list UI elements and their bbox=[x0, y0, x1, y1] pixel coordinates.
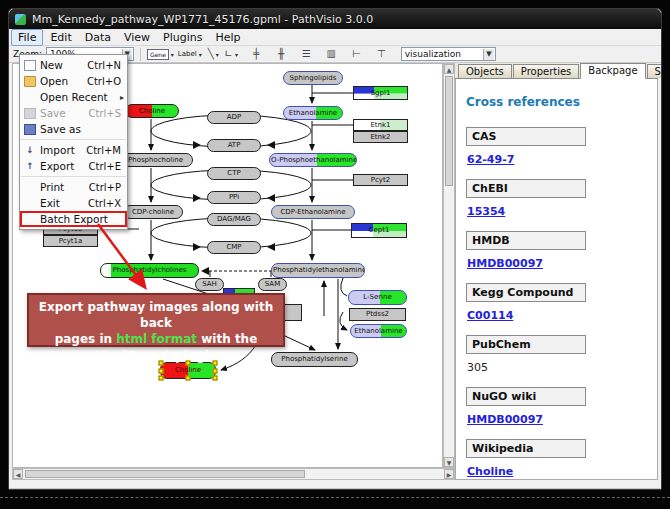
section-value-link[interactable]: HMDB00097 bbox=[467, 257, 657, 270]
menu-separator bbox=[21, 176, 126, 177]
file-menu-item-import[interactable]: ImportCtrl+M bbox=[20, 142, 127, 158]
tab-objects[interactable]: Objects bbox=[458, 64, 512, 78]
label-tool-button[interactable]: Label ▾ bbox=[178, 47, 202, 62]
section-value-link[interactable]: 15354 bbox=[467, 205, 657, 218]
distribute-rows-button[interactable]: ☰ bbox=[299, 47, 314, 62]
node-o-phosphoethanolamine[interactable]: O-Phosphoethanolamine bbox=[269, 153, 357, 167]
node-l-serine[interactable]: L-Serine bbox=[348, 290, 407, 305]
align-horizontal-center-button[interactable]: ╫ bbox=[274, 47, 289, 62]
horizontal-scroll-thumb[interactable] bbox=[25, 470, 305, 478]
align-top-button[interactable]: ⊤ bbox=[374, 47, 389, 62]
file-menu-item-open-recent[interactable]: Open Recent▸ bbox=[20, 89, 127, 105]
node-sphingolipids[interactable]: Sphingolipids bbox=[283, 71, 343, 85]
menu-plugins[interactable]: Plugins bbox=[157, 30, 208, 45]
horizontal-scrollbar[interactable]: ◀ ▶ bbox=[12, 468, 455, 480]
node-label: Phosphatidylethanolamine bbox=[272, 267, 364, 274]
node-label: ATP bbox=[227, 142, 242, 149]
node-label: Sphingolipids bbox=[289, 75, 338, 82]
dropdown-arrow-icon[interactable]: ▾ bbox=[199, 51, 202, 58]
section-value-link[interactable]: Choline bbox=[467, 465, 657, 478]
node-cdp-choline[interactable]: CDP-choline bbox=[123, 205, 183, 219]
menu-view[interactable]: View bbox=[118, 30, 156, 45]
dropdown-arrow-icon[interactable]: ▼ bbox=[483, 49, 493, 60]
selection-handle[interactable] bbox=[213, 376, 218, 381]
datanode-tool-button[interactable]: Gene ▾ bbox=[147, 47, 174, 62]
section-value-link[interactable]: HMDB00097 bbox=[467, 413, 657, 426]
node-ctp[interactable]: CTP bbox=[207, 167, 261, 180]
distribute-rows-icon: ☰ bbox=[302, 49, 311, 59]
dropdown-arrow-icon[interactable]: ▾ bbox=[235, 51, 238, 58]
menu-file[interactable]: File bbox=[11, 29, 43, 46]
node-etnk1[interactable]: Etnk1 bbox=[353, 119, 408, 131]
node-adp[interactable]: ADP bbox=[207, 111, 261, 124]
toolbar-separator bbox=[140, 48, 141, 61]
node-pcyt1a[interactable]: Pcyt1a bbox=[43, 235, 98, 247]
node-sgpl1[interactable]: Sgpl1 bbox=[353, 86, 408, 100]
vertical-scrollbar[interactable]: ▲ ▼ bbox=[443, 63, 455, 468]
file-menu-item-exit[interactable]: ExitCtrl+X bbox=[20, 195, 127, 211]
node-atp[interactable]: ATP bbox=[207, 139, 261, 152]
draw-tools: ╲▾∟▾ bbox=[206, 47, 239, 62]
scroll-up-icon[interactable]: ▲ bbox=[444, 64, 454, 74]
dropdown-arrow-icon[interactable]: ▾ bbox=[171, 51, 174, 58]
file-menu-item-new[interactable]: NewCtrl+N bbox=[20, 57, 127, 73]
node-sam[interactable]: SAM bbox=[258, 278, 287, 291]
node-etnk2[interactable]: Etnk2 bbox=[353, 131, 408, 143]
node-pcyt2[interactable]: Pcyt2 bbox=[353, 174, 408, 186]
section-value: 305 bbox=[467, 361, 657, 374]
menu-help[interactable]: Help bbox=[210, 30, 247, 45]
file-menu-item-save-as[interactable]: Save as bbox=[20, 121, 127, 137]
visualization-value: visualization bbox=[405, 49, 461, 59]
node-choline[interactable]: Choline bbox=[125, 104, 179, 118]
node-ptdss2[interactable]: Ptdss2 bbox=[349, 308, 406, 321]
application-window: Mm_Kennedy_pathway_WP1771_45176.gpml - P… bbox=[8, 8, 662, 490]
node-label: Choline bbox=[138, 108, 166, 115]
connector-tool-button[interactable]: ∟▾ bbox=[224, 47, 239, 62]
tab-search[interactable]: Search bbox=[647, 64, 662, 78]
node-cept1[interactable]: Cept1 bbox=[351, 223, 407, 238]
distribute-columns-button[interactable]: ▥ bbox=[324, 47, 339, 62]
node-unlabeled[interactable] bbox=[283, 304, 302, 321]
file-menu-item-print[interactable]: PrintCtrl+P bbox=[20, 179, 127, 195]
file-menu-item-batch-export[interactable]: Batch Export bbox=[20, 211, 127, 227]
file-menu-item-save[interactable]: SaveCtrl+S bbox=[20, 105, 127, 121]
selection-handle[interactable] bbox=[213, 368, 218, 373]
node-ethanolamine[interactable]: Ethanolamine bbox=[350, 324, 407, 338]
selection-handle[interactable] bbox=[159, 376, 164, 381]
node-cdp-ethanolamine[interactable]: CDP-Ethanolamine bbox=[271, 205, 355, 219]
node-ethanolamine[interactable]: Ethanolamine bbox=[283, 106, 343, 120]
file-menu-item-open[interactable]: OpenCtrl+O bbox=[20, 73, 127, 89]
align-left-button[interactable]: ⊢ bbox=[349, 47, 364, 62]
tab-backpage[interactable]: Backpage bbox=[580, 63, 645, 79]
node-choline[interactable]: Choline bbox=[160, 362, 216, 379]
node-dag-mag[interactable]: DAG/MAG bbox=[207, 213, 261, 226]
selection-handle[interactable] bbox=[186, 376, 191, 381]
scroll-down-icon[interactable]: ▼ bbox=[444, 457, 454, 467]
node-phosphocholine[interactable]: Phosphocholine bbox=[118, 153, 193, 167]
align-vertical-center-button[interactable]: ╪ bbox=[249, 47, 264, 62]
node-ppi[interactable]: PPi bbox=[207, 191, 261, 204]
no-icon bbox=[24, 214, 36, 225]
node-phosphatidylethanolamine[interactable]: Phosphatidylethanolamine bbox=[271, 263, 365, 278]
line-tool-button[interactable]: ╲▾ bbox=[206, 47, 221, 62]
visualization-combobox[interactable]: visualization ▼ bbox=[401, 47, 496, 61]
section-value-link[interactable]: 62-49-7 bbox=[467, 153, 657, 166]
scroll-left-icon[interactable]: ◀ bbox=[13, 469, 23, 479]
file-menu-item-export[interactable]: ExportCtrl+E bbox=[20, 158, 127, 174]
tab-properties[interactable]: Properties bbox=[513, 64, 580, 78]
node-phosphatidylserine[interactable]: Phosphatidylserine bbox=[271, 352, 358, 367]
node-sah[interactable]: SAH bbox=[195, 278, 224, 291]
vertical-scroll-thumb[interactable] bbox=[445, 76, 453, 186]
scroll-right-icon[interactable]: ▶ bbox=[444, 469, 454, 479]
menu-edit[interactable]: Edit bbox=[44, 30, 77, 45]
selection-handle[interactable] bbox=[159, 368, 164, 373]
menu-separator bbox=[21, 139, 126, 140]
backpage-section: Kegg CompoundC00114 bbox=[466, 283, 657, 322]
title-bar[interactable]: Mm_Kennedy_pathway_WP1771_45176.gpml - P… bbox=[9, 9, 661, 29]
dropdown-arrow-icon[interactable]: ▾ bbox=[216, 51, 219, 58]
section-value-link[interactable]: C00114 bbox=[467, 309, 657, 322]
node-cmp[interactable]: CMP bbox=[207, 241, 261, 254]
node-label: Ptdss2 bbox=[365, 311, 390, 318]
node-phosphatidylcholines[interactable]: Phosphatidylcholines bbox=[100, 263, 199, 278]
menu-data[interactable]: Data bbox=[79, 30, 117, 45]
